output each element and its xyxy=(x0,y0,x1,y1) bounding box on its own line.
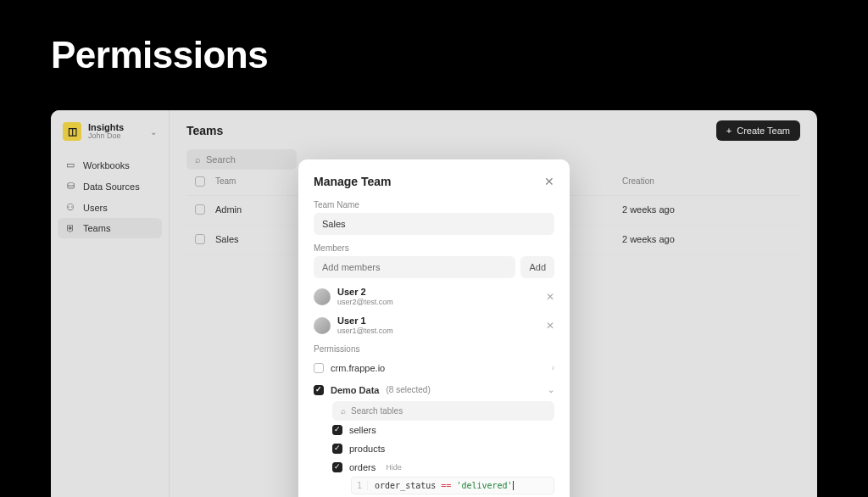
perm-checkbox[interactable] xyxy=(314,385,324,395)
hide-filter-link[interactable]: Hide xyxy=(386,463,402,472)
member-row: User 2 user2@test.com ✕ xyxy=(314,287,554,307)
chevron-right-icon: › xyxy=(552,363,554,372)
remove-member-icon[interactable]: ✕ xyxy=(546,291,554,303)
team-name-label: Team Name xyxy=(314,200,554,209)
perm-checkbox[interactable] xyxy=(314,363,324,373)
table-checkbox[interactable] xyxy=(332,444,342,454)
member-name: User 2 xyxy=(337,287,539,298)
add-members-input[interactable] xyxy=(314,256,515,278)
member-name: User 1 xyxy=(337,316,539,327)
members-label: Members xyxy=(314,243,554,253)
code-string: 'delivered' xyxy=(456,481,512,490)
table-item-products[interactable]: products xyxy=(314,439,554,458)
perm-count: (8 selected) xyxy=(386,385,430,394)
close-icon[interactable]: ✕ xyxy=(544,175,554,188)
text-cursor xyxy=(513,481,514,490)
chevron-down-icon: ⌄ xyxy=(548,385,554,394)
line-number: 1 xyxy=(357,481,368,490)
table-checkbox[interactable] xyxy=(332,462,342,472)
search-icon: ⌕ xyxy=(341,406,346,416)
modal-title: Manage Team xyxy=(314,175,392,188)
table-item-orders[interactable]: orders Hide xyxy=(314,458,554,477)
remove-member-icon[interactable]: ✕ xyxy=(546,320,554,332)
table-label: products xyxy=(349,444,385,454)
code-operator: == xyxy=(441,481,451,490)
code-identifier: order_status xyxy=(375,481,436,490)
table-checkbox[interactable] xyxy=(332,425,342,435)
avatar xyxy=(314,317,331,334)
member-email: user1@test.com xyxy=(337,327,539,336)
row-filter-code[interactable]: 1 order_status == 'delivered' xyxy=(351,477,554,494)
slide-title: Permissions xyxy=(0,0,868,93)
add-member-button[interactable]: Add xyxy=(520,256,554,278)
permissions-label: Permissions xyxy=(314,344,554,354)
avatar xyxy=(314,288,331,305)
search-tables-input[interactable]: ⌕ Search tables xyxy=(332,401,554,421)
perm-label: crm.frappe.io xyxy=(331,363,385,373)
table-item-sellers[interactable]: sellers xyxy=(314,421,554,439)
team-name-input[interactable] xyxy=(314,213,554,235)
perm-item-demo[interactable]: Demo Data (8 selected) ⌄ xyxy=(314,379,554,401)
member-row: User 1 user1@test.com ✕ xyxy=(314,316,554,336)
search-tables-placeholder: Search tables xyxy=(351,406,403,416)
perm-label: Demo Data xyxy=(331,385,379,395)
table-label: orders xyxy=(349,462,376,472)
perm-item-crm[interactable]: crm.frappe.io › xyxy=(314,357,554,379)
table-label: sellers xyxy=(349,425,376,435)
manage-team-modal: Manage Team ✕ Team Name Members Add User… xyxy=(298,159,570,497)
member-email: user2@test.com xyxy=(337,298,539,307)
